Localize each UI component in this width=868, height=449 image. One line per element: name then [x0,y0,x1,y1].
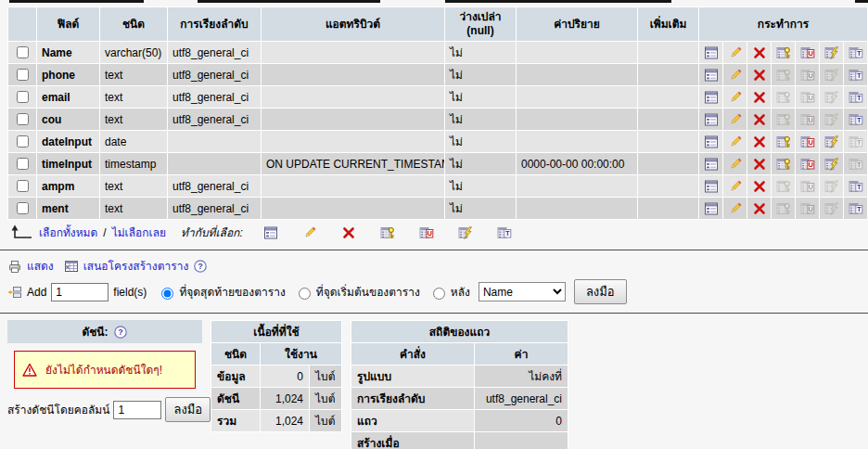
help-icon[interactable]: ? [193,259,208,274]
browse-icon[interactable] [704,68,719,83]
row-checkbox[interactable] [17,158,29,170]
add-field-form: Add field(s) ที่จุดสุดท้ายของตาราง ที่จุ… [7,279,868,304]
col-header-action: กระทำการ [699,7,867,41]
fulltext-icon[interactable]: T [849,179,863,194]
row-checkbox[interactable] [17,180,29,192]
row-checkbox[interactable] [17,69,29,81]
edit-icon[interactable] [728,90,743,105]
edit-icon[interactable] [728,45,743,60]
index-columns-input[interactable] [113,401,161,419]
fulltext-icon[interactable]: T [849,68,863,83]
browse-icon[interactable] [704,135,719,149]
browse-icon[interactable] [263,225,278,240]
drop-icon[interactable] [752,135,767,149]
unique-icon[interactable]: U [800,157,815,172]
check-all-arrow-icon [9,224,33,240]
fulltext-icon[interactable]: T [849,201,863,216]
fulltext-icon[interactable]: T [849,45,863,60]
position-end-radio[interactable] [161,288,173,300]
space-usage-panel: เนื้อที่ที่ใช้ ชนิด ใช้งาน ข้อมูล 0 ไบต์… [211,320,342,432]
drop-icon[interactable] [752,112,767,127]
create-index-go-button[interactable]: ลงมือ [165,397,211,422]
field-default: 0000-00-00 00:00:00 [517,153,637,174]
propose-structure-link[interactable]: เสนอโครงสร้างตาราง [83,257,189,275]
svg-text:T: T [857,138,862,147]
stats-row-value: utf8_general_ci [475,388,568,409]
unique-icon: U [800,112,815,127]
fulltext-icon[interactable]: T [497,225,512,240]
drop-icon[interactable] [752,45,767,60]
fulltext-icon[interactable]: T [849,90,863,105]
row-checkbox[interactable] [17,135,29,148]
browse-icon[interactable] [704,45,719,60]
primary-icon[interactable] [776,157,791,172]
add-field-go-button[interactable]: ลงมือ [574,279,627,304]
index-icon[interactable] [824,135,839,149]
edit-icon[interactable] [728,68,743,83]
primary-icon[interactable] [776,135,791,149]
index-icon[interactable] [458,225,473,240]
drop-icon[interactable] [752,179,767,194]
position-begin-label: ที่จุดเริ่มต้นของตาราง [316,283,420,301]
drop-icon[interactable] [341,225,356,240]
unique-icon[interactable]: U [419,225,434,240]
edit-icon[interactable] [728,201,743,216]
space-row-value: 0 [261,366,309,387]
row-checkbox[interactable] [17,202,29,214]
browse-icon[interactable] [704,179,719,194]
svg-text:U: U [427,229,431,237]
field-name: cou [37,109,99,130]
svg-text:T: T [857,116,862,124]
edit-icon[interactable] [728,179,743,194]
stats-row-label: การเรียงลำดับ [351,388,474,409]
row-statistics-panel: สถิติของแถว คำสั่ง ค่า รูปแบบ ไม่คงที่ ก… [351,320,568,449]
index-icon[interactable] [824,157,839,172]
edit-icon[interactable] [728,135,743,149]
add-field-count-input[interactable] [51,283,108,301]
primary-icon [776,90,791,105]
primary-icon[interactable] [776,45,791,60]
drop-icon[interactable] [752,201,767,216]
position-begin-radio[interactable] [299,288,311,300]
index-icon [824,68,839,83]
uncheck-all-link[interactable]: ไม่เลือกเลย [112,224,166,241]
browse-icon[interactable] [704,112,719,127]
field-attributes [262,86,444,108]
browse-icon[interactable] [704,157,719,172]
field-extra [638,198,698,219]
fulltext-icon[interactable]: T [849,112,863,127]
browse-icon[interactable] [704,201,719,216]
table-row: dateInput date ไม่ U T [8,131,867,152]
structure-table: ฟิลด์ ชนิด การเรียงลำดับ แอตทริบิวต์ ว่า… [7,6,868,220]
drop-icon[interactable] [752,90,767,105]
print-view-link[interactable]: แสดง [27,257,54,275]
stats-row-value: ไม่คงที่ [475,366,568,387]
unique-icon[interactable]: U [800,135,815,149]
fields-label: field(s) [113,286,147,299]
unique-icon[interactable]: U [800,45,815,60]
drop-icon[interactable] [752,68,767,83]
top-cutoff-bar [198,0,380,3]
row-checkbox[interactable] [17,46,29,58]
stats-row-label: สร้างเมื่อ [351,432,474,449]
row-checkbox[interactable] [17,91,29,103]
row-checkbox[interactable] [17,113,29,125]
edit-icon[interactable] [728,157,743,172]
top-cutoff-bar [445,0,671,3]
drop-icon[interactable] [752,157,767,172]
position-after-radio[interactable] [433,288,445,300]
fulltext-icon: T [849,157,863,172]
after-field-select[interactable]: Name [479,282,566,301]
svg-text:T: T [857,49,862,58]
edit-icon[interactable] [728,112,743,127]
stats-row: การเรียงลำดับ utf8_general_ci [351,388,568,409]
edit-icon[interactable] [302,225,317,240]
field-name: ampm [37,175,99,197]
index-icon[interactable] [824,45,839,60]
table-row: ment text utf8_general_ci ไม่ U T [8,198,867,219]
browse-icon[interactable] [704,90,719,105]
svg-text:U: U [809,205,813,213]
check-all-link[interactable]: เลือกทั้งหมด [39,224,97,241]
primary-icon[interactable] [380,225,395,240]
help-icon[interactable]: ? [113,325,128,340]
